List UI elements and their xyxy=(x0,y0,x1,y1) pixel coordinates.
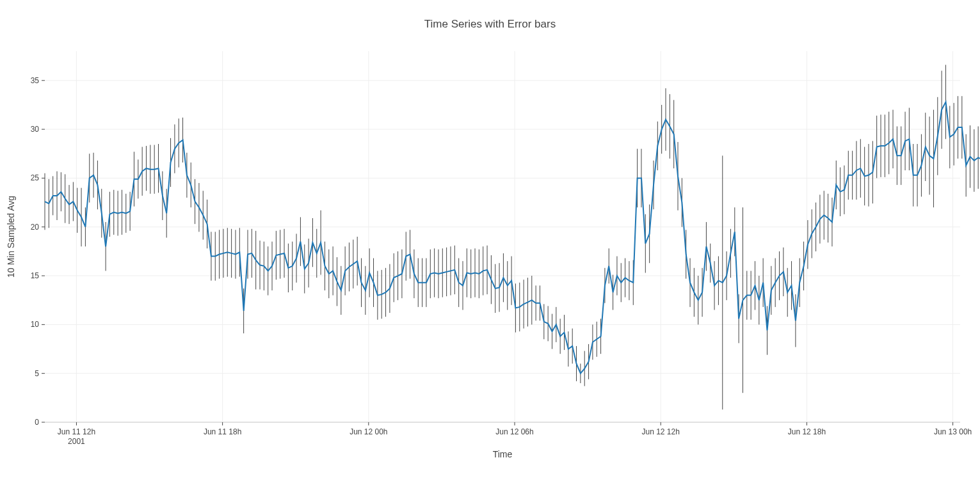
chart-container: Time Series with Error bars 051015202530… xyxy=(0,0,980,483)
y-tick-label: 5 xyxy=(35,369,39,378)
y-tick-label: 30 xyxy=(31,125,40,134)
x-tick-label: Jun 12 18h xyxy=(788,427,826,436)
chart-title: Time Series with Error bars xyxy=(0,18,980,31)
y-tick-label: 35 xyxy=(31,76,40,85)
x-tick-label: Jun 11 18h xyxy=(204,427,241,436)
x-tick-label: Jun 12 00h xyxy=(349,427,387,436)
y-axis-title: 10 Min Sampled Avg xyxy=(6,196,16,278)
series-line xyxy=(45,102,980,373)
chart-svg[interactable]: 05101520253035Jun 11 12h2001Jun 11 18hJu… xyxy=(0,0,980,483)
y-tick-label: 25 xyxy=(31,173,40,182)
x-axis-title: Time xyxy=(493,449,513,459)
x-tick-label: Jun 11 12h xyxy=(58,427,95,436)
x-axis: Jun 11 12h2001Jun 11 18hJun 12 00hJun 12… xyxy=(58,422,972,446)
y-tick-label: 20 xyxy=(31,223,40,232)
x-tick-label: Jun 13 00h xyxy=(934,427,972,436)
y-tick-label: 15 xyxy=(31,271,40,280)
error-bars xyxy=(45,0,980,409)
x-tick-year: 2001 xyxy=(68,437,85,446)
x-tick-label: Jun 12 06h xyxy=(495,427,533,436)
y-tick-label: 10 xyxy=(31,320,40,329)
x-tick-label: Jun 12 12h xyxy=(642,427,680,436)
y-tick-label: 0 xyxy=(35,418,39,427)
y-axis: 05101520253035 xyxy=(31,76,45,427)
grid xyxy=(45,51,960,422)
